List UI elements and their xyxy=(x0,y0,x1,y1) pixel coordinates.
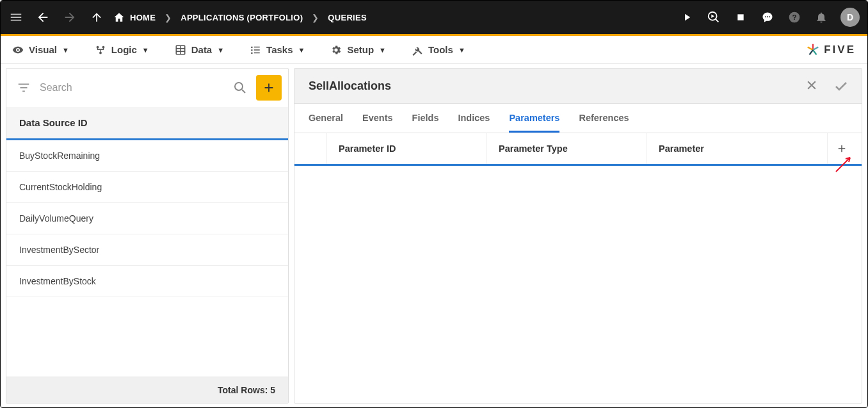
caret-down-icon: ▼ xyxy=(217,46,224,54)
detail-panel: SellAllocations General Events Fields In… xyxy=(294,68,862,404)
menu-visual-label: Visual xyxy=(29,44,57,55)
plus-icon xyxy=(262,81,276,95)
chevron-right-icon: ❯ xyxy=(312,13,319,22)
menubar: Visual ▼ Logic ▼ Data ▼ Tasks ▼ Setup ▼ … xyxy=(1,36,867,64)
breadcrumb-apps[interactable]: APPLICATIONS (PORTFOLIO) xyxy=(181,13,303,22)
add-parameter-button[interactable] xyxy=(827,133,855,164)
tab-references[interactable]: References xyxy=(579,104,629,133)
breadcrumb-queries-label: QUERIES xyxy=(328,13,367,22)
list-item[interactable]: DailyVolumeQuery xyxy=(6,203,288,234)
list-item[interactable]: InvestmentBySector xyxy=(6,234,288,266)
caret-down-icon: ▼ xyxy=(62,46,69,54)
tab-general[interactable]: General xyxy=(309,104,343,133)
breadcrumbs: HOME ❯ APPLICATIONS (PORTFOLIO) ❯ QUERIE… xyxy=(113,12,367,23)
svg-point-3 xyxy=(767,16,768,17)
svg-point-12 xyxy=(235,83,243,90)
breadcrumb-home[interactable]: HOME xyxy=(113,12,156,23)
svg-point-9 xyxy=(102,45,104,48)
svg-rect-1 xyxy=(737,14,743,20)
gear-icon xyxy=(330,44,342,56)
logic-icon xyxy=(95,44,106,56)
param-col-type[interactable]: Parameter Type xyxy=(486,133,647,164)
tab-indices[interactable]: Indices xyxy=(458,104,490,133)
caret-down-icon: ▼ xyxy=(379,46,386,54)
menu-logic-label: Logic xyxy=(111,44,137,55)
svg-point-7 xyxy=(17,49,19,51)
user-avatar[interactable]: D xyxy=(840,8,860,27)
svg-point-4 xyxy=(769,16,770,17)
breadcrumb-apps-label: APPLICATIONS (PORTFOLIO) xyxy=(181,13,303,22)
caret-down-icon: ▼ xyxy=(142,46,149,54)
detail-tabs: General Events Fields Indices Parameters… xyxy=(294,104,862,133)
stop-icon[interactable] xyxy=(733,10,748,25)
menu-tasks-label: Tasks xyxy=(266,44,293,55)
forward-icon xyxy=(62,10,77,25)
search-input[interactable] xyxy=(40,82,224,94)
nav-icons xyxy=(8,10,104,25)
logo-text: FIVE xyxy=(824,44,856,56)
breadcrumb-queries[interactable]: QUERIES xyxy=(328,13,367,22)
zoom-play-icon[interactable] xyxy=(706,10,721,25)
menu-data[interactable]: Data ▼ xyxy=(175,44,224,56)
topbar: HOME ❯ APPLICATIONS (PORTFOLIO) ❯ QUERIE… xyxy=(1,1,867,34)
menu-data-label: Data xyxy=(191,44,213,55)
param-col-id[interactable]: Parameter ID xyxy=(326,133,486,164)
datasource-column-header[interactable]: Data Source ID xyxy=(6,107,288,140)
topbar-right-icons: ? D xyxy=(679,8,860,27)
filter-icon[interactable] xyxy=(13,77,35,99)
content: Data Source ID BuyStockRemaining Current… xyxy=(1,64,867,408)
hamburger-icon[interactable] xyxy=(8,10,24,25)
param-col-spacer xyxy=(294,138,326,159)
chevron-right-icon: ❯ xyxy=(165,13,172,22)
play-icon[interactable] xyxy=(679,10,695,25)
parameters-header-row: Parameter ID Parameter Type Parameter xyxy=(294,133,862,166)
logo-mark-icon xyxy=(806,43,820,57)
tab-fields[interactable]: Fields xyxy=(412,104,439,133)
check-icon[interactable] xyxy=(833,79,848,93)
add-datasource-button[interactable] xyxy=(256,75,282,101)
grid-icon xyxy=(175,44,186,56)
param-col-parameter[interactable]: Parameter xyxy=(647,133,827,164)
breadcrumb-home-label: HOME xyxy=(130,13,156,22)
menu-setup-label: Setup xyxy=(347,44,374,55)
menu-tasks[interactable]: Tasks ▼ xyxy=(250,44,305,56)
svg-text:?: ? xyxy=(792,13,796,21)
menu-visual[interactable]: Visual ▼ xyxy=(12,44,69,56)
bell-icon[interactable] xyxy=(814,10,829,25)
list-item[interactable]: CurrentStockHolding xyxy=(6,172,288,203)
eye-icon xyxy=(12,44,24,56)
brand-logo: FIVE xyxy=(806,43,856,57)
help-icon[interactable]: ? xyxy=(787,10,802,25)
detail-title: SellAllocations xyxy=(309,79,391,93)
home-icon xyxy=(113,12,125,23)
datasource-footer: Total Rows: 5 xyxy=(6,377,288,403)
checklist-icon xyxy=(250,44,261,56)
plus-icon xyxy=(836,143,848,154)
up-icon[interactable] xyxy=(89,10,104,25)
list-item[interactable]: InvestmentByStock xyxy=(6,266,288,297)
menu-tools-label: Tools xyxy=(428,44,453,55)
list-item[interactable]: BuyStockRemaining xyxy=(6,140,288,172)
datasource-list: BuyStockRemaining CurrentStockHolding Da… xyxy=(6,140,288,377)
datasource-list-panel: Data Source ID BuyStockRemaining Current… xyxy=(6,68,289,404)
svg-point-2 xyxy=(765,16,766,17)
menu-setup[interactable]: Setup ▼ xyxy=(330,44,386,56)
svg-point-10 xyxy=(99,51,102,54)
search-icon[interactable] xyxy=(229,77,251,99)
tab-events[interactable]: Events xyxy=(362,104,393,133)
menu-logic[interactable]: Logic ▼ xyxy=(95,44,149,56)
avatar-letter: D xyxy=(847,12,853,22)
search-row xyxy=(6,69,288,107)
chat-icon[interactable] xyxy=(760,10,775,25)
detail-header: SellAllocations xyxy=(294,69,862,104)
tab-parameters[interactable]: Parameters xyxy=(509,104,559,133)
back-icon[interactable] xyxy=(35,10,51,25)
detail-actions xyxy=(805,79,848,93)
close-icon[interactable] xyxy=(805,79,819,93)
caret-down-icon: ▼ xyxy=(298,46,305,54)
tools-icon xyxy=(412,44,423,56)
svg-point-8 xyxy=(96,45,99,48)
menu-tools[interactable]: Tools ▼ xyxy=(412,44,465,56)
caret-down-icon: ▼ xyxy=(458,46,465,54)
